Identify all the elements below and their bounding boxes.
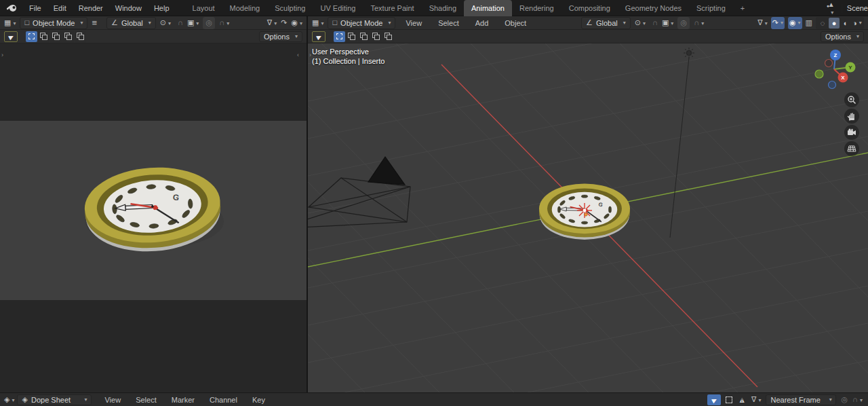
object-visibility-dropdown[interactable]: ∇ (757, 19, 767, 26)
menu-help[interactable]: Help (148, 1, 176, 15)
dope-sheet-mode-dropdown[interactable]: ◈ Dope Sheet (17, 394, 92, 405)
select-mode-subtract[interactable] (50, 31, 62, 42)
navigation-gizmo[interactable]: Z Y X (815, 50, 856, 89)
select-intersect-icon (384, 33, 392, 40)
tab-layout[interactable]: Layout (185, 0, 222, 16)
tab-texture-paint[interactable]: Texture Paint (363, 0, 421, 16)
editor-type-icon[interactable]: ▦ (312, 19, 323, 26)
only-selected-toggle[interactable]: ▶ (707, 394, 721, 405)
select-invert-icon (64, 33, 72, 40)
scene-icon[interactable]: ▲● (826, 1, 837, 16)
mode-dropdown[interactable]: □ Object Mode (20, 17, 87, 29)
zoom-button[interactable] (844, 92, 859, 107)
menu-window[interactable]: Window (109, 1, 148, 15)
camera-object (308, 157, 410, 228)
select-mode-set[interactable] (334, 31, 345, 42)
active-tool-button[interactable]: ▶ (312, 31, 326, 42)
select-mode-extend[interactable] (38, 31, 50, 42)
proportional-editing-toggle[interactable]: ◎ (203, 17, 215, 29)
tab-shading[interactable]: Shading (422, 0, 464, 16)
tab-compositing[interactable]: Compositing (561, 0, 618, 16)
tab-scripting[interactable]: Scripting (689, 0, 733, 16)
orientation-icon: ∠ (111, 19, 118, 26)
menu-select[interactable]: Select (432, 16, 465, 30)
menu-view[interactable]: View (399, 16, 428, 30)
tab-sculpting[interactable]: Sculpting (267, 0, 313, 16)
snap-magnet-icon[interactable]: ∩ (178, 19, 183, 26)
grid-icon (847, 144, 856, 153)
menu-key[interactable]: Key (246, 393, 271, 406)
mode-dropdown[interactable]: □ Object Mode (328, 17, 395, 29)
menu-file[interactable]: File (23, 1, 47, 15)
tab-modeling[interactable]: Modeling (222, 0, 268, 16)
shading-wireframe-button[interactable]: ◌ (817, 18, 828, 29)
select-mode-subtract[interactable] (358, 31, 370, 42)
tool-options-dropdown[interactable]: Options (259, 31, 302, 42)
show-overlays-toggle[interactable]: ◉ (788, 17, 802, 29)
menu-channel[interactable]: Channel (203, 393, 243, 406)
falloff-dropdown[interactable]: ∩ (694, 19, 704, 26)
active-tool-button[interactable]: ▶ (4, 31, 18, 42)
show-gizmos-toggle[interactable]: ↷ (281, 19, 287, 26)
tab-rendering[interactable]: Rendering (512, 0, 561, 16)
snap-target-dropdown[interactable]: ▣ (187, 19, 199, 26)
tab-animation[interactable]: Animation (464, 0, 512, 16)
menu-marker[interactable]: Marker (165, 393, 201, 406)
tab-uv-editing[interactable]: UV Editing (313, 0, 363, 16)
falloff-dropdown[interactable]: ∩ (852, 396, 863, 403)
left-viewport-canvas[interactable]: › ‹ (0, 43, 307, 392)
show-overlays-toggle[interactable]: ◉ (291, 19, 302, 26)
shading-rendered-button[interactable]: ◑ (852, 18, 863, 29)
menu-object[interactable]: Object (498, 16, 532, 30)
add-workspace-button[interactable]: + (733, 0, 752, 16)
show-errors-toggle[interactable]: ▲ ! (737, 395, 747, 404)
snap-mode-dropdown[interactable]: Nearest Frame (766, 394, 836, 405)
editor-type-icon[interactable]: ▦ (4, 19, 16, 26)
shading-material-button[interactable]: ◐ (840, 18, 851, 29)
proportional-editing-toggle[interactable]: ◎ (677, 17, 690, 29)
sidebar-expand-arrow[interactable]: ‹ (297, 52, 299, 58)
filter-dropdown[interactable]: ∇ (751, 396, 761, 403)
pivot-point-dropdown[interactable]: ⊙ (160, 19, 171, 26)
select-mode-invert[interactable] (370, 31, 382, 42)
clock-object-left[interactable] (0, 43, 307, 392)
xray-toggle[interactable]: ▥ (806, 19, 812, 26)
tool-options-dropdown[interactable]: Options (821, 31, 864, 42)
snap-target-dropdown[interactable]: ▣ (662, 19, 673, 26)
transform-orientation-dropdown[interactable]: ∠ Global (581, 17, 631, 29)
toolbar-expand-arrow[interactable]: › (1, 52, 3, 58)
blender-logo-icon[interactable] (7, 3, 18, 14)
pivot-point-dropdown[interactable]: ⊙ (635, 19, 646, 26)
select-mode-set[interactable] (26, 31, 37, 42)
menu-edit[interactable]: Edit (47, 1, 73, 15)
left-viewport-toolbar: ▶ Options (0, 30, 307, 43)
show-gizmos-toggle[interactable]: ↷ (771, 17, 785, 29)
menu-select[interactable]: Select (130, 393, 163, 406)
toolbar-expand-arrow[interactable]: › (309, 52, 311, 58)
left-viewport-pane: ▦ □ Object Mode ≡ ∠ Global ⊙ ∩ ▣ ◎ ∩ ∇ ↷… (0, 16, 307, 392)
select-mode-invert[interactable] (62, 31, 74, 42)
tab-geometry-nodes[interactable]: Geometry Nodes (618, 0, 689, 16)
hamburger-menu-icon[interactable]: ≡ (92, 18, 97, 27)
pan-button[interactable] (844, 109, 859, 124)
proportional-editing-toggle[interactable]: ◎ (841, 396, 848, 403)
transform-orientation-dropdown[interactable]: ∠ Global (106, 17, 156, 29)
select-mode-intersect[interactable] (75, 31, 86, 42)
select-mode-intersect[interactable] (382, 31, 394, 42)
menu-render[interactable]: Render (73, 1, 109, 15)
falloff-dropdown[interactable]: ∩ (219, 19, 229, 26)
menu-view[interactable]: View (98, 393, 127, 406)
magnifier-plus-icon (847, 95, 856, 105)
select-mode-extend[interactable] (346, 31, 357, 42)
scene-name[interactable]: Scene (847, 4, 868, 12)
snap-magnet-icon[interactable]: ∩ (652, 19, 658, 26)
select-extend-icon (348, 33, 355, 40)
object-visibility-dropdown[interactable]: ∇ (267, 19, 277, 26)
camera-view-button[interactable] (844, 125, 859, 140)
menu-add[interactable]: Add (469, 16, 495, 30)
shading-solid-button[interactable]: ● (829, 18, 840, 29)
editor-type-icon[interactable]: ◈ (4, 396, 14, 403)
show-hidden-toggle[interactable] (726, 396, 732, 403)
right-viewport-canvas[interactable]: Z Y X User Perspective (1) Collection | … (308, 43, 868, 392)
toggle-ortho-button[interactable] (844, 141, 859, 156)
